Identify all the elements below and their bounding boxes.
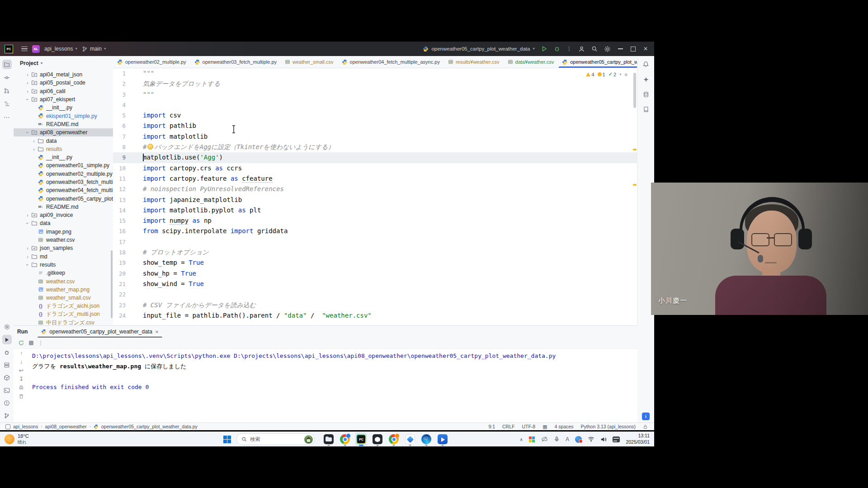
tree-item-readme-md[interactable]: M↓README.md: [14, 120, 113, 128]
tree-item--init-py[interactable]: __init__.py: [14, 103, 113, 112]
tree-item-image-png[interactable]: image.png: [14, 228, 113, 236]
scroll-to-end-icon[interactable]: ↧: [19, 376, 24, 382]
chevron-expanded-icon[interactable]: ›: [25, 262, 30, 268]
chevron-expanded-icon[interactable]: ›: [25, 96, 30, 103]
close-button[interactable]: ✕: [642, 46, 649, 52]
tree-item--aichi-json[interactable]: {}ドラゴンズ_aichi.json: [14, 302, 113, 310]
tree-item-results[interactable]: ›results: [14, 261, 113, 269]
run-console[interactable]: ↑ ↓ ↩ ↧ D:\projects\lessons\api_lessons\…: [14, 349, 637, 422]
tree-item-data[interactable]: ›data: [14, 136, 113, 145]
file-explorer-icon[interactable]: [323, 432, 335, 446]
code-line-6[interactable]: 6import pathlib: [113, 121, 637, 131]
more-options-icon[interactable]: ⋮: [38, 340, 43, 346]
code-line-20[interactable]: 20show_hp = True: [113, 268, 637, 279]
soft-wrap-icon[interactable]: ↩: [19, 368, 24, 373]
tree-item-weather-small-csv[interactable]: weather_small.csv: [14, 294, 113, 302]
edge-icon[interactable]: [420, 432, 432, 446]
tree-item-openweather04-fetch-multiple-async-py[interactable]: openweather04_fetch_multiple_async.py: [14, 186, 113, 194]
tab-openweather05-cartpy-plot-weather-data-py[interactable]: openweather05_cartpy_plot_weather_data.p…: [558, 56, 637, 68]
pull-requests-icon[interactable]: [2, 86, 12, 95]
search-highlight-thumbnail[interactable]: [304, 435, 313, 444]
minimize-button[interactable]: [617, 46, 623, 52]
settings-gear-icon[interactable]: [604, 46, 611, 52]
rerun-button[interactable]: [18, 340, 24, 346]
tree-item-md[interactable]: ›md: [14, 253, 113, 261]
chevron-down-icon[interactable]: ▾: [619, 73, 622, 76]
branch-selector[interactable]: main ▾: [82, 46, 106, 52]
tree-item-api07-ekispert[interactable]: ›api07_ekispert: [14, 95, 113, 103]
stop-button[interactable]: [29, 341, 33, 345]
tree-item-json-samples[interactable]: ›json_samples: [14, 244, 113, 252]
chevron-collapsed-icon[interactable]: ›: [24, 212, 31, 218]
code-line-19[interactable]: 19show_temp = True: [113, 258, 637, 268]
code-line-2[interactable]: 2気象データをプロットする: [113, 79, 637, 89]
database-icon[interactable]: [641, 89, 651, 99]
chevron-collapsed-icon[interactable]: ›: [31, 138, 37, 144]
volume-icon[interactable]: [600, 436, 607, 442]
code-line-21[interactable]: 21show_wind = True: [113, 279, 637, 289]
python-packages-icon[interactable]: [2, 373, 12, 382]
tree-item-weather-csv[interactable]: weather.csv: [14, 277, 113, 285]
code-line-10[interactable]: 10import cartopy.crs as ccrs: [113, 163, 637, 174]
tree-item-readme-md[interactable]: M↓README.md: [14, 203, 113, 211]
films-tv-icon[interactable]: [437, 432, 448, 446]
project-tool-icon[interactable]: [2, 60, 12, 69]
file-encoding[interactable]: UTF-8: [522, 424, 535, 429]
close-icon[interactable]: ✕: [155, 329, 159, 334]
project-icon[interactable]: AL: [32, 45, 40, 53]
hidden-icons-chevron[interactable]: ∧: [519, 437, 523, 442]
run-button[interactable]: [541, 46, 547, 52]
inspections-widget[interactable]: 4 1 ✓ 2 ▾ ≡: [584, 70, 629, 78]
code-line-7[interactable]: 7import matplotlib: [113, 131, 637, 142]
project-panel-header[interactable]: Project ▾: [14, 56, 113, 66]
editor-scrollbar[interactable]: [633, 73, 636, 108]
tree-item-data[interactable]: ›data: [14, 219, 113, 227]
pycharm-icon[interactable]: [355, 432, 367, 446]
chevron-collapsed-icon[interactable]: ›: [24, 72, 31, 77]
version-control-icon[interactable]: [2, 411, 12, 420]
code-line-24[interactable]: 24input_file = pathlib.Path().parent / "…: [113, 310, 637, 321]
tab-openweather02-multiple-py[interactable]: openweather02_multiple.py: [113, 56, 190, 68]
tree-item-openweather03-fetch-multiple-py[interactable]: openweather03_fetch_multiple.py: [14, 178, 113, 186]
run-tool-icon[interactable]: [2, 335, 12, 344]
code-line-16[interactable]: 16from scipy.interpolate import griddata: [113, 226, 637, 236]
debug-button[interactable]: [554, 46, 560, 52]
breadcrumb-package[interactable]: api08_openweather: [45, 424, 86, 429]
ai-assistant-icon[interactable]: [641, 75, 651, 84]
tree-item-ekispert01-simple-py[interactable]: ekispert01_simple.py: [14, 112, 113, 120]
scroll-down-icon[interactable]: ↓: [20, 359, 23, 365]
project-selector[interactable]: api_lessons ▾: [44, 46, 77, 52]
tray-notification-icon[interactable]: [575, 436, 582, 443]
onedrive-paused-icon[interactable]: [541, 436, 548, 442]
code-line-17[interactable]: 17: [113, 237, 637, 247]
microphone-icon[interactable]: [554, 436, 560, 442]
tree-item-api09-invoice[interactable]: ›api09_invoice: [14, 211, 113, 219]
tree-item-results[interactable]: ›results: [14, 145, 113, 153]
code-line-18[interactable]: 18# プロットオプション: [113, 247, 637, 258]
tree-item-api04-metal-json[interactable]: ›api04_metal_json: [14, 70, 113, 79]
account-icon[interactable]: [578, 46, 585, 52]
clock-widget[interactable]: 13:11 2025/03/01: [626, 433, 650, 445]
start-button[interactable]: [223, 436, 231, 443]
chevron-expanded-icon[interactable]: ›: [25, 220, 30, 226]
tree-item-weather-map-png[interactable]: weather_map.png: [14, 286, 113, 294]
ime-keyboard-icon[interactable]: [613, 436, 620, 442]
chrome-profile2-icon[interactable]: [388, 432, 400, 446]
code-line-14[interactable]: 14import matplotlib.pyplot as plt: [113, 205, 637, 216]
code-line-22[interactable]: 22: [113, 289, 637, 300]
tray-grid-icon[interactable]: [529, 436, 535, 442]
commit-tool-icon[interactable]: [2, 73, 12, 82]
services-tool-icon[interactable]: [2, 360, 12, 370]
tree-item-api08-openweather[interactable]: ›api08_openweather: [14, 128, 113, 136]
code-line-8[interactable]: 8#バックエンドをAggに設定（Tkinterを使わないようにする）: [113, 142, 637, 152]
breadcrumb[interactable]: api_lessons › api08_openweather › openwe…: [0, 424, 198, 429]
search-everywhere-icon[interactable]: [591, 46, 598, 52]
intention-bulb-icon[interactable]: [147, 144, 153, 150]
caret-position[interactable]: 9:1: [488, 424, 495, 429]
blue-notification-icon[interactable]: i: [642, 413, 650, 420]
settings-icon[interactable]: [2, 322, 12, 332]
run-tab[interactable]: openweather05_cartpy_plot_weather_data ✕: [38, 326, 162, 338]
python-interpreter[interactable]: Python 3.13 (api_lessons): [581, 424, 636, 429]
more-actions-icon[interactable]: ⋮: [566, 46, 572, 52]
tree-item--csv[interactable]: 中日ドラゴンズ.csv: [14, 319, 113, 325]
